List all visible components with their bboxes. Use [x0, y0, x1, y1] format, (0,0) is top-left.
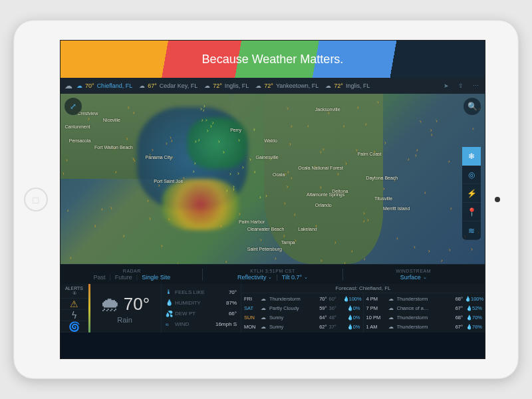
hourly-row[interactable]: 1 AM☁Thunderstorm67°💧76% — [366, 324, 483, 330]
forecast-panel: Forecast: Chiefland, FL FRI☁Thunderstorm… — [241, 284, 485, 332]
city-label: Orlando — [315, 203, 332, 207]
detail-row: 🌡FEELS LIKE70° — [166, 289, 237, 295]
daily-row[interactable]: SUN☁Sunny64°48°💧0% — [244, 315, 360, 321]
city-label: Crestview — [78, 111, 98, 116]
city-label: Merritt Island — [383, 206, 410, 211]
tool-lightning-icon[interactable]: ⚡ — [462, 184, 481, 203]
tool-pin-icon[interactable]: 📍 — [462, 203, 481, 221]
current-temp: 70° — [124, 294, 150, 315]
map-expand-icon[interactable]: ⤢ — [65, 98, 82, 115]
forecast-title: Forecast: Chiefland, FL — [241, 284, 485, 293]
alerts-column: ALERTS ① ⚠ ϟ 🌀 — [61, 284, 88, 332]
wind-section: WINDSTREAM Surface⌄ — [348, 269, 478, 281]
station-section: KTLH 3:51PM CST Reflectivity⌄ | Tilt 0.7… — [208, 269, 338, 281]
daily-forecast: FRI☁Thunderstorm70°60°💧100%SAT☁Partly Cl… — [241, 293, 364, 332]
alert-storm-icon[interactable]: 🌀 — [61, 321, 88, 332]
city-label: Saint Petersburg — [247, 247, 282, 251]
banner-text: Because Weather Matters. — [202, 53, 344, 66]
city-label: Clearwater Beach — [247, 227, 285, 231]
current-conditions[interactable]: 🌧 70° Rain — [88, 284, 162, 332]
home-button[interactable]: ◻ — [24, 188, 48, 211]
city-label: Palm Coast — [358, 152, 382, 156]
city-label: Gainesville — [255, 155, 278, 160]
wind-level-select[interactable]: Surface⌄ — [400, 274, 427, 281]
ad-banner[interactable]: Because Weather Matters. — [61, 41, 485, 78]
daily-row[interactable]: SAT☁Partly Cloudy59°36°💧0% — [244, 305, 360, 311]
location-bar: ☁ ☁70°Chiefland, FL☁67°Cedar Key, FL☁72°… — [61, 78, 485, 94]
hourly-row[interactable]: 4 PM☁Thunderstorm68°💧100% — [366, 296, 483, 302]
share-icon[interactable]: ⇪ — [456, 80, 466, 91]
city-label: Palm Harbor — [239, 219, 265, 224]
city-label: Ocala National Forest — [298, 166, 343, 170]
current-cond: Rain — [117, 316, 132, 324]
weather-icon: ☁ — [65, 81, 72, 90]
locate-icon[interactable]: ➤ — [441, 80, 452, 91]
location-chip[interactable]: ☁72°Inglis, FL — [204, 82, 249, 89]
daily-row[interactable]: MON☁Sunny62°37°💧0% — [244, 324, 360, 330]
reflectivity-select[interactable]: Reflectivity⌄ — [237, 274, 273, 281]
daily-row[interactable]: FRI☁Thunderstorm70°60°💧100% — [244, 296, 360, 302]
radar-map[interactable]: ››››››››››››››››››››››››››››››››››››››››… — [61, 94, 485, 264]
alerts-label: ALERTS ① — [61, 284, 88, 299]
hourly-row[interactable]: 7 PM☁Chance of a…67°💧52% — [366, 305, 483, 311]
detail-row: ≈WIND16mph S — [166, 321, 237, 328]
city-label: Daytona Beach — [366, 176, 398, 180]
location-chip[interactable]: ☁72°Yankeetown, FL — [255, 82, 319, 89]
tool-radar-icon[interactable]: ❄ — [462, 147, 481, 166]
city-label: Waldo — [264, 138, 277, 143]
city-label: Cantonment — [65, 124, 90, 129]
city-label: Jacksonville — [315, 107, 340, 112]
hourly-row[interactable]: 10 PM☁Thunderstorm68°💧70% — [366, 315, 483, 321]
detail-row: 💧HUMIDITY87% — [166, 299, 237, 306]
map-search-icon[interactable]: 🔍 — [464, 98, 481, 115]
alert-warning-icon[interactable]: ⚠ — [61, 299, 88, 310]
city-label: Fort Walton Beach — [94, 145, 133, 150]
tilt-select[interactable]: Tilt 0.7°⌄ — [282, 274, 308, 281]
city-label: Altamonte Springs — [307, 192, 344, 197]
map-controls: RADAR Past|Future|Single Site KTLH 3:51P… — [61, 264, 485, 284]
radar-opt-past[interactable]: Past — [93, 274, 105, 281]
radar-opt-future[interactable]: Future — [115, 274, 132, 281]
details-column: 🌡FEELS LIKE70°💧HUMIDITY87%💦DEW PT66°≈WIN… — [162, 284, 241, 332]
alert-lightning-icon[interactable]: ϟ — [61, 310, 88, 321]
app-screen: Because Weather Matters. ☁ ☁70°Chiefland… — [60, 40, 485, 359]
tool-layers-icon[interactable]: ≋ — [462, 221, 481, 240]
city-label: Port Saint Joe — [154, 179, 183, 184]
bottom-panel: ALERTS ① ⚠ ϟ 🌀 🌧 70° Rain 🌡FEELS LIKE70°… — [61, 284, 485, 332]
location-chip[interactable]: ☁72°Inglis, FL — [325, 82, 370, 89]
radar-opt-single-site[interactable]: Single Site — [142, 274, 170, 281]
ipad-frame: ◻ Because Weather Matters. ☁ ☁70°Chiefla… — [13, 20, 519, 379]
radar-section: RADAR Past|Future|Single Site — [67, 269, 197, 281]
tool-sat-icon[interactable]: ◎ — [462, 166, 481, 184]
detail-row: 💦DEW PT66° — [166, 311, 237, 317]
city-label: Perry — [230, 128, 241, 132]
hourly-forecast: 4 PM☁Thunderstorm68°💧100%7 PM☁Chance of … — [364, 293, 485, 332]
city-label: Panama City — [146, 155, 172, 160]
location-chip[interactable]: ☁67°Cedar Key, FL — [139, 82, 198, 89]
city-label: Lakeland — [298, 227, 317, 231]
map-tools: ❄ ◎ ⚡ 📍 ≋ — [462, 147, 481, 240]
city-label: Titusville — [374, 196, 392, 201]
city-label: Niceville — [103, 118, 120, 122]
more-icon[interactable]: ⋯ — [470, 80, 481, 91]
camera-dot — [495, 197, 500, 202]
location-chip[interactable]: ☁70°Chiefland, FL — [76, 82, 132, 89]
city-label: Ocala — [273, 172, 285, 177]
city-label: Tampa — [281, 240, 295, 245]
rain-icon: 🌧 — [100, 293, 120, 316]
city-label: Pensacola — [69, 138, 91, 143]
